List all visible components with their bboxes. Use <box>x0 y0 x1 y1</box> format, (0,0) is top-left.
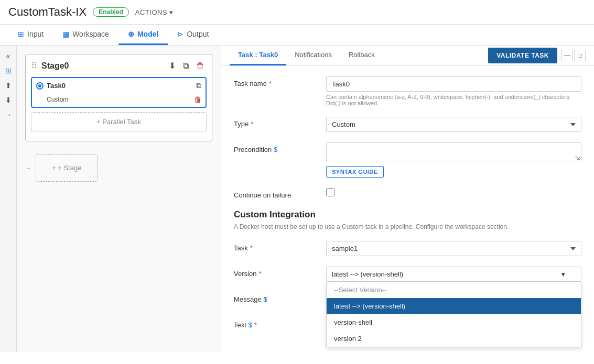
version-option-latest[interactable]: latest --> (version-shell) <box>327 298 581 314</box>
model-icon: ⊕ <box>128 30 134 38</box>
version-select-display[interactable]: latest --> (version-shell) ▾ <box>326 267 581 282</box>
task-header: Task0 ⧉ <box>32 78 206 93</box>
tab-workspace[interactable]: ▦ Workspace <box>53 25 118 45</box>
version-label: Version * <box>234 267 318 278</box>
precondition-label: Precondition $ <box>234 142 318 153</box>
expand-textarea-icon: ⤡ <box>575 154 580 161</box>
sidebar-download-icon[interactable]: ⬇ <box>2 94 15 106</box>
stage-title: Stage0 <box>41 61 163 71</box>
add-stage-icon: + <box>52 164 56 172</box>
task-select-label: Task * <box>234 241 318 252</box>
task-name-control: Can contain alphanumeric (a-z, A-Z, 0-9)… <box>326 76 581 106</box>
workspace-icon: ▦ <box>62 30 69 38</box>
app-title: CustomTask-IX <box>8 5 87 19</box>
version-dropdown: --Select Version-- latest --> (version-s… <box>326 282 581 347</box>
task-type-label: Custom <box>47 96 68 103</box>
maximize-icon[interactable]: □ <box>574 50 586 61</box>
main-area: « ⊞ ⬆ ⬇ → ⠿ Stage0 ⬇ ⧉ 🗑 <box>0 46 594 352</box>
type-select[interactable]: Custom Shell Gradle Maven <box>326 117 581 132</box>
version-option-v2[interactable]: version 2 <box>327 330 581 347</box>
stage-arrow: → <box>25 164 31 172</box>
type-row: Type * Custom Shell Gradle Maven <box>234 117 581 132</box>
continue-failure-label: Continue on failure <box>234 188 318 199</box>
left-sidebar: « ⊞ ⬆ ⬇ → <box>0 46 17 352</box>
stage-container: ⠿ Stage0 ⬇ ⧉ 🗑 Task0 ⧉ <box>25 54 212 141</box>
custom-integration-desc: A Docker host must be set up to use a Cu… <box>234 223 581 230</box>
task-name-row: Task name * Can contain alphanumeric (a-… <box>234 76 581 106</box>
enabled-badge: Enabled <box>93 7 129 17</box>
sidebar-expand-icon[interactable]: « <box>2 50 15 62</box>
pipeline-row: → + + Stage <box>17 150 221 186</box>
top-header: CustomTask-IX Enabled ACTIONS ▾ <box>0 0 594 25</box>
panel-window-icons: — □ <box>561 50 586 61</box>
tab-model[interactable]: ⊕ Model <box>118 25 168 45</box>
type-control: Custom Shell Gradle Maven <box>326 117 581 132</box>
drag-handle-icon[interactable]: ⠿ <box>31 61 37 71</box>
stage-delete-btn[interactable]: 🗑 <box>194 60 207 72</box>
task-name-hint: Can contain alphanumeric (a-z, A-Z, 0-9)… <box>326 94 581 106</box>
sidebar-arrow-icon[interactable]: → <box>2 108 15 121</box>
task-tabs: Task : Task0 Notifications Rollback VALI… <box>221 46 594 66</box>
task-delete-icon[interactable]: 🗑 <box>194 95 201 104</box>
syntax-guide-button[interactable]: SYNTAX GUIDE <box>326 166 384 178</box>
message-label: Message $ <box>234 292 318 303</box>
task-name-label: Task0 <box>47 82 193 90</box>
task-name-field-label: Task name * <box>234 76 318 87</box>
task-status-icon <box>36 82 44 90</box>
tab-rollback[interactable]: Rollback <box>340 46 383 65</box>
output-icon: ⊳ <box>177 30 183 38</box>
stage-header: ⠿ Stage0 ⬇ ⧉ 🗑 <box>31 60 207 72</box>
tab-output[interactable]: ⊳ Output <box>168 25 218 45</box>
stage-copy-btn[interactable]: ⧉ <box>181 60 191 72</box>
stage-download-btn[interactable]: ⬇ <box>167 60 178 72</box>
version-option-shell[interactable]: version-shell <box>327 314 581 330</box>
task-copy-icon[interactable]: ⧉ <box>196 81 201 90</box>
actions-button[interactable]: ACTIONS ▾ <box>135 8 174 16</box>
continue-failure-control <box>326 188 581 198</box>
continue-failure-row: Continue on failure <box>234 188 581 199</box>
text-label: Text $ * <box>234 318 318 329</box>
parallel-task-button[interactable]: + Parallel Task <box>31 112 207 131</box>
type-field-label: Type * <box>234 117 318 128</box>
task-name-input[interactable] <box>326 76 581 92</box>
chevron-icon: ▾ <box>169 8 174 16</box>
validate-task-button[interactable]: VALIDATE TASK <box>488 48 557 63</box>
tab-input[interactable]: ⊞ Input <box>8 25 53 45</box>
nav-tabs: ⊞ Input ▦ Workspace ⊕ Model ⊳ Output <box>0 25 594 46</box>
precondition-control: ⤡ SYNTAX GUIDE <box>326 142 581 178</box>
tab-notifications[interactable]: Notifications <box>286 46 340 65</box>
version-row: Version * latest --> (version-shell) ▾ -… <box>234 267 581 282</box>
task-header-icons: ⧉ <box>196 81 201 90</box>
task-type-row: Custom 🗑 <box>32 93 206 107</box>
task-select-row: Task * sample1 sample2 sample3 <box>234 241 581 256</box>
tab-task[interactable]: Task : Task0 <box>230 46 286 65</box>
grid-icon: ⊞ <box>18 30 24 38</box>
add-stage-button[interactable]: + + Stage <box>36 154 98 182</box>
version-chevron-icon: ▾ <box>561 270 565 278</box>
precondition-dollar: $ <box>274 146 277 153</box>
precondition-wrapper: ⤡ <box>326 142 581 163</box>
minimize-icon[interactable]: — <box>561 50 573 61</box>
continue-failure-checkbox[interactable] <box>326 188 334 196</box>
precondition-textarea[interactable] <box>326 142 581 161</box>
arrow-left-icon: → <box>25 164 31 172</box>
task-box[interactable]: Task0 ⧉ Custom 🗑 <box>31 77 207 108</box>
sidebar-upload-icon[interactable]: ⬆ <box>2 79 15 92</box>
required-marker: * <box>269 80 272 87</box>
pipeline-canvas: ⠿ Stage0 ⬇ ⧉ 🗑 Task0 ⧉ <box>17 46 221 352</box>
form-area: Task name * Can contain alphanumeric (a-… <box>221 66 594 352</box>
sidebar-table-icon[interactable]: ⊞ <box>2 64 15 77</box>
task-dropdown[interactable]: sample1 sample2 sample3 <box>326 241 581 256</box>
custom-integration-title: Custom Integration <box>234 209 581 220</box>
precondition-row: Precondition $ ⤡ SYNTAX GUIDE <box>234 142 581 178</box>
version-option-placeholder[interactable]: --Select Version-- <box>327 282 581 298</box>
task-select-control: sample1 sample2 sample3 <box>326 241 581 256</box>
stage-actions: ⬇ ⧉ 🗑 <box>167 60 207 72</box>
version-control: latest --> (version-shell) ▾ --Select Ve… <box>326 267 581 282</box>
right-panel: Task : Task0 Notifications Rollback VALI… <box>221 46 594 352</box>
